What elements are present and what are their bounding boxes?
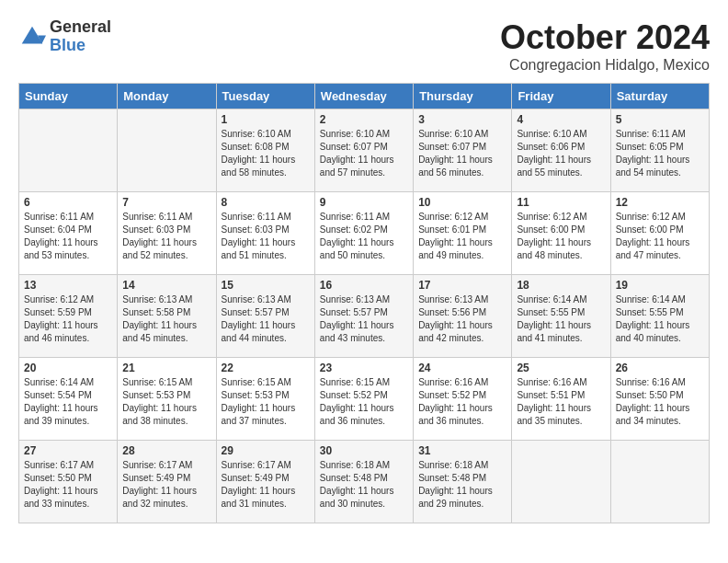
day-info: Sunrise: 6:11 AMSunset: 6:03 PMDaylight:… <box>222 211 310 262</box>
day-cell: 16Sunrise: 6:13 AMSunset: 5:57 PMDayligh… <box>314 275 413 358</box>
day-cell: 5Sunrise: 6:11 AMSunset: 6:05 PMDaylight… <box>610 109 709 192</box>
day-cell <box>19 109 118 192</box>
day-cell: 10Sunrise: 6:12 AMSunset: 6:01 PMDayligh… <box>414 192 512 275</box>
day-number: 9 <box>320 196 408 209</box>
day-cell <box>118 109 216 192</box>
day-number: 19 <box>616 279 704 292</box>
day-number: 29 <box>222 444 310 457</box>
day-number: 15 <box>222 279 310 292</box>
day-number: 13 <box>24 279 112 292</box>
day-cell: 6Sunrise: 6:11 AMSunset: 6:04 PMDaylight… <box>19 192 118 275</box>
day-info: Sunrise: 6:11 AMSunset: 6:03 PMDaylight:… <box>122 211 210 262</box>
day-number: 31 <box>418 444 506 457</box>
day-cell: 15Sunrise: 6:13 AMSunset: 5:57 PMDayligh… <box>216 275 314 358</box>
day-number: 1 <box>222 113 310 126</box>
day-cell: 8Sunrise: 6:11 AMSunset: 6:03 PMDaylight… <box>216 192 314 275</box>
day-number: 14 <box>122 279 210 292</box>
day-cell: 28Sunrise: 6:17 AMSunset: 5:49 PMDayligh… <box>118 441 216 523</box>
calendar-table: SundayMondayTuesdayWednesdayThursdayFrid… <box>18 83 710 523</box>
day-cell: 21Sunrise: 6:15 AMSunset: 5:53 PMDayligh… <box>118 358 216 441</box>
day-cell: 23Sunrise: 6:15 AMSunset: 5:52 PMDayligh… <box>314 358 413 441</box>
day-info: Sunrise: 6:18 AMSunset: 5:48 PMDaylight:… <box>418 459 506 511</box>
day-info: Sunrise: 6:14 AMSunset: 5:55 PMDaylight:… <box>517 293 605 345</box>
day-number: 20 <box>24 362 112 374</box>
day-number: 6 <box>24 196 112 209</box>
day-info: Sunrise: 6:17 AMSunset: 5:49 PMDaylight:… <box>122 459 210 511</box>
day-info: Sunrise: 6:14 AMSunset: 5:55 PMDaylight:… <box>616 293 704 345</box>
day-number: 7 <box>122 196 210 209</box>
header-tuesday: Tuesday <box>216 84 314 109</box>
day-number: 5 <box>616 113 704 126</box>
day-info: Sunrise: 6:18 AMSunset: 5:48 PMDaylight:… <box>320 459 408 511</box>
day-number: 17 <box>418 279 506 292</box>
day-cell: 4Sunrise: 6:10 AMSunset: 6:06 PMDaylight… <box>512 109 610 192</box>
day-info: Sunrise: 6:13 AMSunset: 5:57 PMDaylight:… <box>320 293 408 345</box>
header-friday: Friday <box>512 84 610 109</box>
day-cell: 19Sunrise: 6:14 AMSunset: 5:55 PMDayligh… <box>610 275 709 358</box>
day-number: 23 <box>320 362 408 374</box>
day-number: 26 <box>616 362 704 374</box>
day-info: Sunrise: 6:13 AMSunset: 5:58 PMDaylight:… <box>122 293 210 345</box>
day-number: 3 <box>418 113 506 126</box>
day-info: Sunrise: 6:12 AMSunset: 6:00 PMDaylight:… <box>517 211 605 262</box>
day-cell: 22Sunrise: 6:15 AMSunset: 5:53 PMDayligh… <box>216 358 314 441</box>
header-row: SundayMondayTuesdayWednesdayThursdayFrid… <box>19 84 710 109</box>
location: Congregacion Hidalgo, Mexico <box>500 57 710 74</box>
day-cell: 29Sunrise: 6:17 AMSunset: 5:49 PMDayligh… <box>216 441 314 523</box>
day-info: Sunrise: 6:13 AMSunset: 5:57 PMDaylight:… <box>222 293 310 345</box>
day-number: 22 <box>222 362 310 374</box>
header-saturday: Saturday <box>610 84 709 109</box>
day-number: 8 <box>222 196 310 209</box>
day-cell: 27Sunrise: 6:17 AMSunset: 5:50 PMDayligh… <box>19 441 118 523</box>
header-thursday: Thursday <box>414 84 512 109</box>
logo-text: General Blue <box>50 18 111 55</box>
day-cell: 11Sunrise: 6:12 AMSunset: 6:00 PMDayligh… <box>512 192 610 275</box>
logo-blue: Blue <box>50 37 111 55</box>
day-cell: 31Sunrise: 6:18 AMSunset: 5:48 PMDayligh… <box>414 441 512 523</box>
day-cell: 18Sunrise: 6:14 AMSunset: 5:55 PMDayligh… <box>512 275 610 358</box>
day-number: 4 <box>517 113 605 126</box>
day-info: Sunrise: 6:10 AMSunset: 6:06 PMDaylight:… <box>517 128 605 179</box>
day-info: Sunrise: 6:12 AMSunset: 5:59 PMDaylight:… <box>24 293 112 345</box>
day-info: Sunrise: 6:12 AMSunset: 6:01 PMDaylight:… <box>418 211 506 262</box>
day-number: 12 <box>616 196 704 209</box>
day-cell: 17Sunrise: 6:13 AMSunset: 5:56 PMDayligh… <box>414 275 512 358</box>
day-cell <box>512 441 610 523</box>
day-cell <box>610 441 709 523</box>
title-area: October 2024 Congregacion Hidalgo, Mexic… <box>500 18 710 74</box>
day-cell: 14Sunrise: 6:13 AMSunset: 5:58 PMDayligh… <box>118 275 216 358</box>
day-info: Sunrise: 6:11 AMSunset: 6:05 PMDaylight:… <box>616 128 704 179</box>
day-cell: 7Sunrise: 6:11 AMSunset: 6:03 PMDaylight… <box>118 192 216 275</box>
week-row-4: 20Sunrise: 6:14 AMSunset: 5:54 PMDayligh… <box>19 358 710 441</box>
day-cell: 26Sunrise: 6:16 AMSunset: 5:50 PMDayligh… <box>610 358 709 441</box>
day-number: 18 <box>517 279 605 292</box>
day-number: 16 <box>320 279 408 292</box>
day-info: Sunrise: 6:15 AMSunset: 5:52 PMDaylight:… <box>320 376 408 428</box>
day-info: Sunrise: 6:12 AMSunset: 6:00 PMDaylight:… <box>616 211 704 262</box>
day-cell: 25Sunrise: 6:16 AMSunset: 5:51 PMDayligh… <box>512 358 610 441</box>
svg-marker-0 <box>22 27 43 44</box>
logo: General Blue <box>18 18 111 55</box>
day-number: 28 <box>122 444 210 457</box>
day-info: Sunrise: 6:10 AMSunset: 6:07 PMDaylight:… <box>418 128 506 179</box>
day-cell: 9Sunrise: 6:11 AMSunset: 6:02 PMDaylight… <box>314 192 413 275</box>
week-row-5: 27Sunrise: 6:17 AMSunset: 5:50 PMDayligh… <box>19 441 710 523</box>
page-header: General Blue October 2024 Congregacion H… <box>18 18 710 74</box>
day-info: Sunrise: 6:10 AMSunset: 6:07 PMDaylight:… <box>320 128 408 179</box>
day-cell: 2Sunrise: 6:10 AMSunset: 6:07 PMDaylight… <box>314 109 413 192</box>
day-info: Sunrise: 6:11 AMSunset: 6:02 PMDaylight:… <box>320 211 408 262</box>
week-row-2: 6Sunrise: 6:11 AMSunset: 6:04 PMDaylight… <box>19 192 710 275</box>
day-info: Sunrise: 6:15 AMSunset: 5:53 PMDaylight:… <box>222 376 310 428</box>
day-number: 27 <box>24 444 112 457</box>
logo-general: General <box>50 18 111 37</box>
day-number: 30 <box>320 444 408 457</box>
week-row-1: 1Sunrise: 6:10 AMSunset: 6:08 PMDaylight… <box>19 109 710 192</box>
day-info: Sunrise: 6:14 AMSunset: 5:54 PMDaylight:… <box>24 376 112 428</box>
day-info: Sunrise: 6:10 AMSunset: 6:08 PMDaylight:… <box>222 128 310 179</box>
day-info: Sunrise: 6:15 AMSunset: 5:53 PMDaylight:… <box>122 376 210 428</box>
day-cell: 30Sunrise: 6:18 AMSunset: 5:48 PMDayligh… <box>314 441 413 523</box>
day-info: Sunrise: 6:11 AMSunset: 6:04 PMDaylight:… <box>24 211 112 262</box>
header-wednesday: Wednesday <box>314 84 413 109</box>
header-monday: Monday <box>118 84 216 109</box>
header-sunday: Sunday <box>19 84 118 109</box>
